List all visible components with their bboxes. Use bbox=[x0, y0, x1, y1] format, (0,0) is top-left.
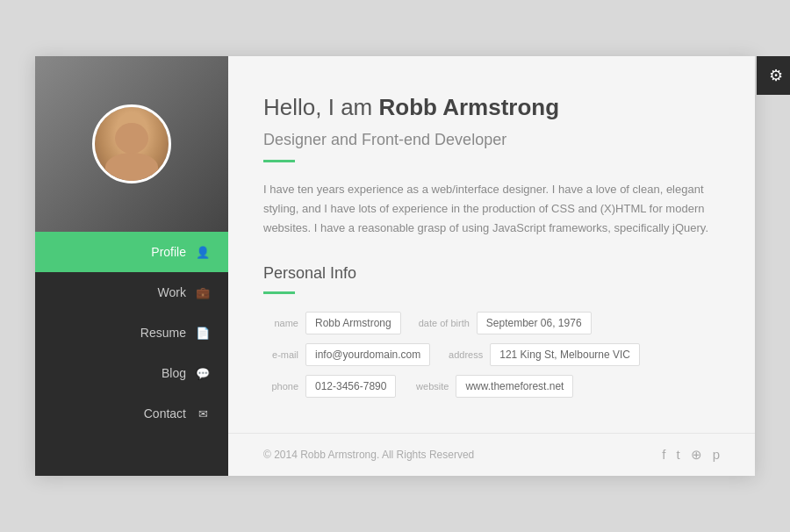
footer: © 2014 Robb Armstrong. All Rights Reserv… bbox=[228, 433, 755, 476]
label-website: website bbox=[413, 381, 449, 392]
sidebar-item-label: Contact bbox=[144, 406, 186, 421]
social-icons: f t ⊕ p bbox=[662, 447, 720, 463]
sidebar-item-contact[interactable]: Contact ✉ bbox=[35, 393, 228, 434]
label-dob: date of birth bbox=[419, 318, 470, 328]
sidebar-item-label: Work bbox=[158, 285, 186, 299]
sidebar-item-resume[interactable]: Resume 📄 bbox=[35, 313, 228, 353]
hero-section: Hello, I am Robb Armstrong Designer and … bbox=[263, 91, 711, 238]
field-phone: phone 012-3456-7890 bbox=[263, 375, 396, 398]
work-icon: 💼 bbox=[195, 284, 211, 300]
hero-name: Robb Armstrong bbox=[379, 94, 560, 120]
field-address: address 121 King St, Melbourne VIC bbox=[448, 343, 640, 366]
hero-title: Hello, I am Robb Armstrong bbox=[263, 91, 711, 123]
profile-icon: 👤 bbox=[195, 244, 211, 260]
label-phone: phone bbox=[263, 381, 298, 392]
title-underline bbox=[263, 160, 295, 162]
sidebar-item-work[interactable]: Work 💼 bbox=[35, 272, 228, 313]
section-title: Personal Info bbox=[263, 264, 711, 283]
sidebar-item-label: Profile bbox=[151, 245, 186, 259]
twitter-icon[interactable]: t bbox=[676, 447, 679, 463]
info-row-3: phone 012-3456-7890 website www.themefor… bbox=[263, 375, 711, 398]
field-name: name Robb Armstrong bbox=[263, 312, 401, 334]
label-email: e-mail bbox=[263, 349, 298, 360]
info-row-2: e-mail info@yourdomain.com address 121 K… bbox=[263, 343, 711, 366]
avatar-face bbox=[95, 107, 169, 181]
facebook-icon[interactable]: f bbox=[662, 447, 665, 463]
field-website: website www.themeforest.net bbox=[413, 375, 573, 398]
resume-icon: 📄 bbox=[195, 325, 211, 341]
copyright-text: © 2014 Robb Armstrong. All Rights Reserv… bbox=[263, 449, 474, 461]
info-grid: name Robb Armstrong date of birth Septem… bbox=[263, 312, 711, 398]
avatar-section bbox=[35, 56, 228, 232]
info-row-1: name Robb Armstrong date of birth Septem… bbox=[263, 312, 711, 334]
sidebar-item-label: Blog bbox=[162, 366, 186, 380]
hero-greeting: Hello, I am bbox=[263, 94, 379, 120]
hero-subtitle: Designer and Front-end Developer bbox=[263, 131, 711, 149]
field-email: e-mail info@yourdomain.com bbox=[263, 343, 430, 366]
gear-icon: ⚙ bbox=[769, 66, 783, 85]
value-website: www.themeforest.net bbox=[456, 375, 573, 398]
hero-bio: I have ten years experience as a web/int… bbox=[263, 180, 711, 238]
blog-icon: 💬 bbox=[195, 365, 211, 381]
value-address: 121 King St, Melbourne VIC bbox=[490, 343, 640, 366]
personal-info-section: Personal Info name Robb Armstrong date o… bbox=[263, 264, 711, 398]
avatar bbox=[92, 104, 171, 183]
web-icon[interactable]: ⊕ bbox=[691, 447, 702, 463]
sidebar-item-profile[interactable]: Profile 👤 bbox=[35, 232, 228, 272]
content-area: Hello, I am Robb Armstrong Designer and … bbox=[228, 56, 755, 433]
settings-button[interactable]: ⚙ bbox=[757, 56, 790, 95]
label-address: address bbox=[448, 349, 483, 360]
main-content: Hello, I am Robb Armstrong Designer and … bbox=[228, 56, 755, 476]
section-underline bbox=[263, 291, 295, 294]
label-name: name bbox=[263, 318, 298, 328]
sidebar-item-blog[interactable]: Blog 💬 bbox=[35, 353, 228, 393]
value-dob: September 06, 1976 bbox=[477, 312, 592, 334]
sidebar-item-label: Resume bbox=[140, 326, 186, 340]
field-dob: date of birth September 06, 1976 bbox=[419, 312, 592, 334]
pinterest-icon[interactable]: p bbox=[713, 447, 720, 463]
sidebar: Profile 👤 Work 💼 Resume 📄 Blog 💬 Contact bbox=[35, 56, 228, 476]
value-name: Robb Armstrong bbox=[305, 312, 401, 334]
nav-menu: Profile 👤 Work 💼 Resume 📄 Blog 💬 Contact bbox=[35, 232, 228, 434]
contact-icon: ✉ bbox=[195, 406, 211, 421]
value-email: info@yourdomain.com bbox=[305, 343, 430, 366]
value-phone: 012-3456-7890 bbox=[305, 375, 396, 398]
